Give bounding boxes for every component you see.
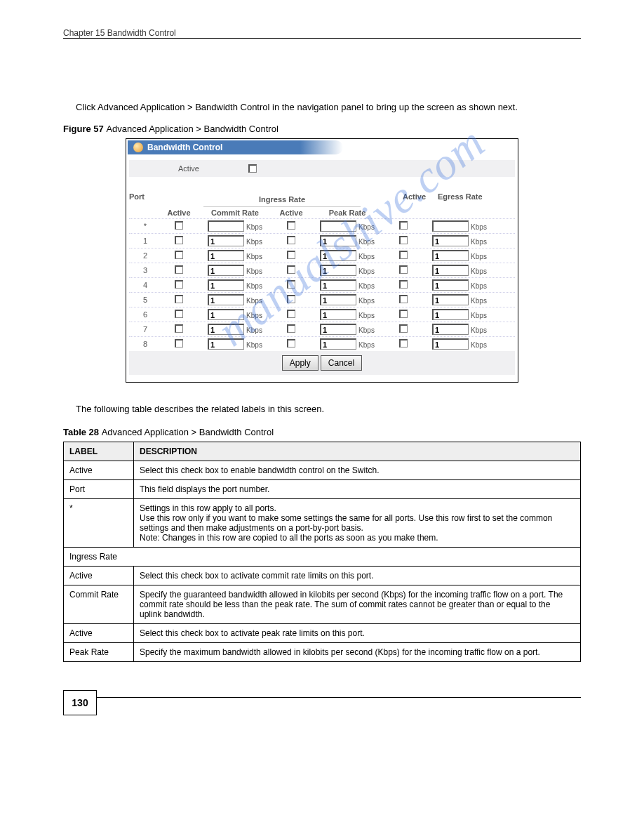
peak-rate-input[interactable] — [320, 265, 356, 276]
table-row: 6KbpsKbpsKbps — [129, 307, 515, 322]
top-rule — [63, 38, 581, 39]
peak-active-checkbox[interactable] — [287, 310, 295, 318]
egress-active-checkbox[interactable] — [399, 251, 408, 259]
unit-label: Kbps — [246, 238, 262, 246]
unit-label: Kbps — [471, 238, 487, 246]
egress-rate-input[interactable] — [432, 294, 469, 305]
unit-label: Kbps — [471, 297, 487, 305]
commit-rate-input[interactable] — [208, 324, 244, 335]
desc-cell: Select this check box to activate commit… — [134, 567, 581, 585]
egress-active-checkbox[interactable] — [399, 236, 408, 244]
commit-rate-input[interactable] — [208, 279, 244, 291]
peak-active-checkbox[interactable] — [287, 221, 295, 230]
egress-rate-input[interactable] — [432, 324, 469, 335]
egress-rate-input[interactable] — [432, 235, 469, 246]
unit-label: Kbps — [471, 282, 487, 290]
label-cell: Commit Rate — [64, 585, 134, 624]
table-header-desc: DESCRIPTION — [134, 442, 581, 461]
peak-active-checkbox[interactable] — [287, 324, 295, 333]
egress-active-checkbox[interactable] — [399, 295, 408, 303]
page-number: 130 — [63, 690, 97, 715]
egress-active-checkbox[interactable] — [399, 339, 408, 348]
egress-active-checkbox[interactable] — [399, 310, 408, 318]
egress-rate-input[interactable] — [432, 338, 469, 350]
unit-label: Kbps — [358, 341, 375, 349]
table-caption-prefix: Table 28 — [63, 427, 102, 437]
unit-label: Kbps — [471, 312, 487, 319]
header-active-2: Active — [403, 192, 438, 207]
egress-rate-input[interactable] — [432, 309, 469, 320]
egress-active-checkbox[interactable] — [399, 324, 408, 333]
peak-active-checkbox[interactable] — [287, 236, 295, 244]
table-row: *Settings in this row apply to all ports… — [64, 499, 581, 548]
peak-active-checkbox[interactable] — [287, 295, 295, 303]
table-header-label: LABEL — [64, 442, 134, 461]
egress-active-checkbox[interactable] — [399, 280, 408, 289]
label-cell: Active — [64, 624, 134, 643]
commit-rate-input[interactable] — [208, 294, 244, 305]
commit-active-checkbox[interactable] — [175, 265, 183, 274]
unit-label: Kbps — [358, 253, 375, 260]
unit-label: Kbps — [358, 326, 375, 334]
commit-rate-input[interactable] — [208, 338, 244, 350]
peak-active-checkbox[interactable] — [287, 265, 295, 274]
commit-active-checkbox[interactable] — [175, 295, 183, 303]
table-row: 4KbpsKbpsKbps — [129, 277, 515, 292]
peak-rate-input[interactable] — [320, 235, 356, 246]
global-active-checkbox[interactable] — [248, 164, 257, 173]
commit-active-checkbox[interactable] — [175, 339, 183, 348]
commit-active-checkbox[interactable] — [175, 310, 183, 318]
egress-rate-input[interactable] — [432, 220, 469, 232]
unit-label: Kbps — [358, 267, 375, 275]
peak-rate-input[interactable] — [320, 294, 356, 305]
commit-rate-input[interactable] — [208, 309, 244, 320]
unit-label: Kbps — [471, 341, 487, 349]
page-footer: 130 — [63, 690, 581, 715]
peak-rate-input[interactable] — [320, 338, 356, 350]
cancel-button[interactable]: Cancel — [321, 355, 362, 371]
label-cell: Active — [64, 461, 134, 480]
egress-rate-input[interactable] — [432, 279, 469, 291]
peak-active-checkbox[interactable] — [287, 339, 295, 348]
unit-label: Kbps — [246, 223, 262, 231]
egress-active-checkbox[interactable] — [399, 265, 408, 274]
peak-active-checkbox[interactable] — [287, 251, 295, 259]
peak-rate-input[interactable] — [320, 220, 356, 232]
port-cell: 7 — [129, 325, 161, 333]
panel-title-bar: Bandwidth Control — [128, 140, 343, 154]
table-row: *KbpsKbpsKbps — [129, 218, 515, 233]
table-row: 5KbpsKbpsKbps — [129, 292, 515, 307]
commit-rate-input[interactable] — [208, 220, 244, 232]
port-cell: 6 — [129, 310, 161, 319]
unit-label: Kbps — [471, 267, 487, 275]
peak-rate-input[interactable] — [320, 279, 356, 291]
commit-active-checkbox[interactable] — [175, 324, 183, 333]
table-row: PortThis field displays the port number. — [64, 480, 581, 499]
unit-label: Kbps — [246, 253, 262, 260]
unit-label: Kbps — [471, 253, 487, 260]
commit-rate-input[interactable] — [208, 265, 244, 276]
table-row: Ingress Rate — [64, 548, 581, 567]
egress-rate-input[interactable] — [432, 250, 469, 261]
commit-rate-input[interactable] — [208, 250, 244, 261]
commit-active-checkbox[interactable] — [175, 280, 183, 289]
label-cell: Port — [64, 480, 134, 499]
button-row: Apply Cancel — [129, 351, 515, 375]
egress-active-checkbox[interactable] — [399, 221, 408, 230]
desc-cell: Specify the guaranteed bandwidth allowed… — [134, 585, 581, 624]
desc-cell: Select this check box to activate peak r… — [134, 624, 581, 643]
global-active-row: Active — [129, 160, 515, 177]
peak-rate-input[interactable] — [320, 324, 356, 335]
port-cell: 4 — [129, 281, 161, 289]
port-cell: 2 — [129, 251, 161, 260]
apply-button[interactable]: Apply — [282, 355, 318, 371]
commit-active-checkbox[interactable] — [175, 251, 183, 259]
peak-active-checkbox[interactable] — [287, 280, 295, 289]
commit-rate-input[interactable] — [208, 235, 244, 246]
peak-rate-input[interactable] — [320, 250, 356, 261]
commit-active-checkbox[interactable] — [175, 236, 183, 244]
peak-rate-input[interactable] — [320, 309, 356, 320]
commit-active-checkbox[interactable] — [175, 221, 183, 230]
egress-rate-input[interactable] — [432, 265, 469, 276]
figure-caption-prefix: Figure 57 — [63, 124, 106, 134]
